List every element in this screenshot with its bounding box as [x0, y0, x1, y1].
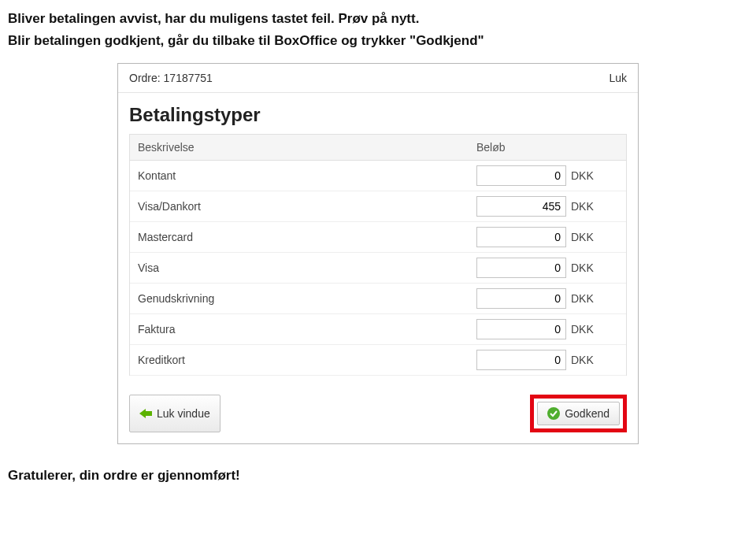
close-link[interactable]: Luk	[609, 72, 627, 84]
row-desc-kreditkort: Kreditkort	[130, 346, 469, 374]
currency-label: DKK	[571, 323, 594, 336]
approve-button[interactable]: Godkend	[537, 402, 620, 425]
grid-header: Beskrivelse Beløb	[130, 135, 626, 161]
row-desc-kontant: Kontant	[130, 161, 469, 190]
table-row: Faktura DKK	[130, 314, 626, 345]
congrats-text: Gratulerer, din ordre er gjennomført!	[8, 468, 748, 484]
amount-input-kreditkort[interactable]	[476, 350, 566, 370]
panel-footer: Luk vindue Godkend	[118, 384, 638, 443]
check-circle-icon	[547, 407, 560, 420]
table-row: Visa/Dankort DKK	[130, 191, 626, 222]
approve-highlight: Godkend	[530, 395, 627, 432]
row-desc-mastercard: Mastercard	[130, 223, 469, 251]
instruction-line-2: Blir betalingen godkjent, går du tilbake…	[8, 33, 748, 49]
column-header-description: Beskrivelse	[130, 135, 469, 160]
currency-label: DKK	[571, 169, 594, 182]
approve-label: Godkend	[565, 407, 610, 420]
table-row: Kontant DKK	[130, 161, 626, 191]
order-number: Ordre: 17187751	[129, 72, 213, 84]
amount-input-visa[interactable]	[476, 258, 566, 278]
currency-label: DKK	[571, 200, 594, 213]
payment-grid: Beskrivelse Beløb Kontant DKK Visa/Danko…	[129, 134, 627, 376]
amount-input-genudskrivning[interactable]	[476, 288, 566, 309]
currency-label: DKK	[571, 261, 594, 274]
arrow-left-icon	[139, 409, 152, 418]
currency-label: DKK	[571, 292, 594, 305]
amount-input-faktura[interactable]	[476, 319, 566, 339]
table-row: Mastercard DKK	[130, 222, 626, 253]
currency-label: DKK	[571, 231, 594, 243]
panel-title: Betalingstyper	[118, 93, 638, 134]
panel-header: Ordre: 17187751 Luk	[118, 64, 638, 93]
table-row: Genudskrivning DKK	[130, 284, 626, 314]
table-row: Visa DKK	[130, 253, 626, 284]
table-row: Kreditkort DKK	[130, 345, 626, 376]
instruction-line-1: Bliver betalingen avvist, har du muligen…	[8, 11, 748, 27]
column-header-amount: Beløb	[469, 135, 626, 160]
close-window-label: Luk vindue	[157, 407, 210, 420]
currency-label: DKK	[571, 354, 594, 366]
row-desc-visa: Visa	[130, 254, 469, 282]
payment-panel: Ordre: 17187751 Luk Betalingstyper Beskr…	[117, 63, 639, 444]
close-window-button[interactable]: Luk vindue	[129, 395, 220, 432]
amount-input-mastercard[interactable]	[476, 227, 566, 247]
amount-input-visa-dankort[interactable]	[476, 196, 566, 217]
row-desc-visa-dankort: Visa/Dankort	[130, 192, 469, 221]
row-desc-faktura: Faktura	[130, 315, 469, 343]
row-desc-genudskrivning: Genudskrivning	[130, 284, 469, 313]
amount-input-kontant[interactable]	[476, 165, 566, 186]
